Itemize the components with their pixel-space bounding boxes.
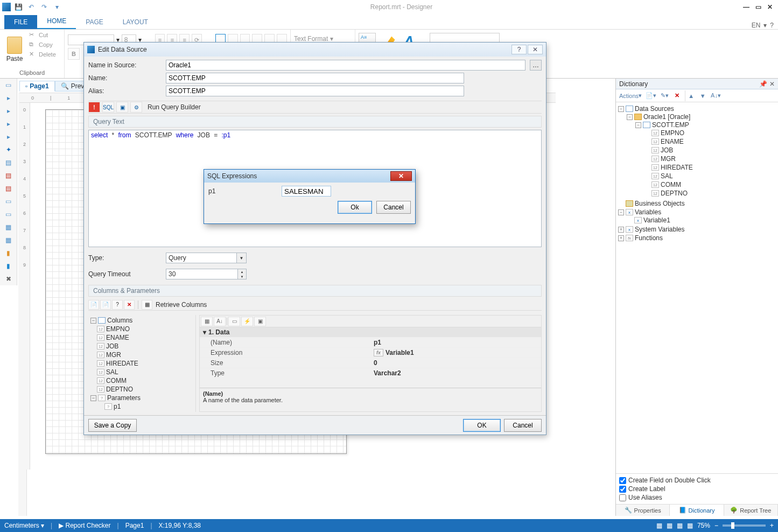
name-in-source-input[interactable] bbox=[166, 60, 525, 71]
column-item[interactable]: 12MGR bbox=[89, 351, 194, 359]
prop-row[interactable]: ExpressionfxVariable1 bbox=[200, 347, 541, 358]
property-grid[interactable]: ▾1. Data (Name)p1 ExpressionfxVariable1 … bbox=[200, 327, 541, 388]
toolbox-text-icon[interactable]: ▤ bbox=[0, 156, 17, 169]
column-item[interactable]: 12ENAME bbox=[89, 333, 194, 342]
view-mode-3-icon[interactable]: ▦ bbox=[677, 522, 683, 529]
toolbox-puzzle-icon[interactable]: ✦ bbox=[0, 143, 17, 156]
language-dropdown-icon[interactable]: ▾ bbox=[763, 22, 767, 29]
columns-group[interactable]: −Columns bbox=[89, 316, 194, 325]
columns-tree[interactable]: −Columns 12EMPNO12ENAME12JOB12MGR12HIRED… bbox=[88, 315, 196, 412]
tab-report-tree[interactable]: 🌳Report Tree bbox=[724, 505, 778, 516]
move-down-icon[interactable]: ▼ bbox=[697, 90, 708, 101]
sql-builder-icon[interactable]: ⚙ bbox=[130, 102, 142, 113]
browse-source-button[interactable]: … bbox=[530, 60, 542, 71]
toolbox-chart-icon[interactable]: ▮ bbox=[0, 247, 17, 260]
chk-create-field[interactable]: Create Field on Double Click bbox=[619, 476, 775, 485]
cancel-button[interactable]: Cancel bbox=[504, 419, 542, 432]
column-item[interactable]: 12EMPNO bbox=[89, 325, 194, 333]
tab-file[interactable]: FILE bbox=[4, 15, 37, 29]
tree-column[interactable]: 12SAL bbox=[644, 172, 777, 180]
prop-category-data[interactable]: ▾1. Data bbox=[200, 327, 541, 337]
parameter-item[interactable]: ?p1 bbox=[89, 402, 194, 411]
tree-column[interactable]: 12DEPTNO bbox=[644, 190, 777, 197]
toolbox-chart2-icon[interactable]: ▮ bbox=[0, 260, 17, 272]
delete-item-icon[interactable]: ✕ bbox=[671, 90, 682, 101]
tree-variables[interactable]: −xVariables bbox=[618, 208, 777, 216]
undo-icon[interactable]: ↶ bbox=[26, 2, 37, 12]
view-mode-2-icon[interactable]: ▦ bbox=[667, 522, 672, 529]
tree-business-objects[interactable]: Business Objects bbox=[618, 200, 777, 207]
tab-layout[interactable]: LAYOUT bbox=[113, 15, 158, 29]
new-item-icon[interactable]: 📄▾ bbox=[644, 90, 657, 101]
column-item[interactable]: 12JOB bbox=[89, 342, 194, 351]
tree-datasource-oracle1[interactable]: −Oracle1 [Oracle] bbox=[627, 113, 777, 121]
minimize-button[interactable]: — bbox=[740, 2, 752, 12]
chk-create-label[interactable]: Create Label bbox=[619, 485, 775, 493]
copy-button[interactable]: ⧉Copy bbox=[28, 40, 57, 49]
column-item[interactable]: 12SAL bbox=[89, 368, 194, 376]
column-item[interactable]: 12HIREDATE bbox=[89, 359, 194, 368]
run-query-builder-link[interactable]: Run Query Builder bbox=[148, 103, 201, 111]
paste-button[interactable]: Paste bbox=[3, 31, 26, 68]
zoom-slider[interactable] bbox=[723, 524, 766, 527]
retrieve-columns-icon[interactable]: ▦ bbox=[142, 300, 152, 310]
sqlexp-cancel-button[interactable]: Cancel bbox=[376, 201, 411, 214]
language-selector[interactable]: EN bbox=[752, 22, 761, 29]
prop-row[interactable]: TypeVarchar2 bbox=[200, 368, 541, 378]
toolbox-panel-icon[interactable]: ▭ bbox=[0, 208, 17, 221]
prop-value[interactable]: p1 bbox=[370, 338, 541, 347]
tab-home[interactable]: HOME bbox=[37, 14, 76, 29]
toolbox-list2-icon[interactable]: ▦ bbox=[0, 234, 17, 247]
move-up-icon[interactable]: ▲ bbox=[685, 90, 696, 101]
prop-value[interactable]: Varchar2 bbox=[370, 368, 541, 378]
pin-icon[interactable]: 📌 bbox=[759, 80, 767, 88]
prop-row[interactable]: Size0 bbox=[200, 358, 541, 368]
tree-column[interactable]: 12COMM bbox=[644, 181, 777, 188]
dialog-close-button[interactable]: ✕ bbox=[528, 45, 543, 54]
cut-button[interactable]: ✂Cut bbox=[28, 31, 57, 39]
remove-column-icon[interactable]: ✕ bbox=[124, 300, 135, 310]
text-format-combo[interactable]: Text Format ▾ bbox=[294, 31, 352, 43]
add-param-icon[interactable]: ? bbox=[112, 300, 123, 310]
prop-categorized-icon[interactable]: ▦ bbox=[201, 317, 213, 326]
tree-column[interactable]: 12HIREDATE bbox=[644, 164, 777, 171]
ok-button[interactable]: OK bbox=[463, 419, 501, 432]
zoom-in-button[interactable]: + bbox=[770, 522, 774, 529]
timeout-input[interactable]: 30 ▲▼ bbox=[166, 269, 247, 279]
toolbox-tools-icon[interactable]: ✖ bbox=[0, 272, 17, 285]
toolbox-pointer-icon[interactable]: ▭ bbox=[0, 79, 17, 92]
tab-page1[interactable]: ▫ Page1 bbox=[19, 81, 55, 92]
toolbox-list1-icon[interactable]: ▦ bbox=[0, 221, 17, 234]
sqlexp-titlebar[interactable]: SQL Expressions ✕ bbox=[204, 170, 415, 183]
toolbox-2[interactable]: ▸ bbox=[0, 104, 17, 117]
dialog-help-button[interactable]: ? bbox=[511, 45, 527, 54]
alias-input[interactable] bbox=[166, 86, 464, 96]
dictionary-tree[interactable]: −Data Sources −Oracle1 [Oracle] −SCOTT.E… bbox=[616, 102, 778, 473]
view-mode-1-icon[interactable]: ▦ bbox=[656, 522, 662, 529]
save-a-copy-button[interactable]: Save a Copy bbox=[88, 419, 137, 432]
toolbox-footer-icon[interactable]: ▤ bbox=[0, 182, 17, 195]
tree-functions[interactable]: +fxFunctions bbox=[618, 234, 777, 242]
zoom-level[interactable]: 75% bbox=[697, 522, 710, 529]
type-combo[interactable]: Query ▼ bbox=[166, 253, 247, 263]
save-icon[interactable]: 💾 bbox=[13, 2, 24, 12]
sql-view-icon[interactable]: ▣ bbox=[116, 102, 128, 113]
chk-create-label-input[interactable] bbox=[619, 486, 626, 493]
column-item[interactable]: 12DEPTNO bbox=[89, 385, 194, 394]
sqlexp-value-input[interactable] bbox=[282, 186, 331, 197]
retrieve-columns-label[interactable]: Retrieve Columns bbox=[156, 301, 207, 309]
view-mode-4-icon[interactable]: ▦ bbox=[687, 522, 693, 529]
toolbox-1[interactable]: ▸ bbox=[0, 92, 17, 104]
prop-value[interactable]: 0 bbox=[370, 358, 541, 368]
redo-icon[interactable]: ↷ bbox=[39, 2, 50, 12]
zoom-out-button[interactable]: − bbox=[714, 522, 718, 529]
name-input[interactable] bbox=[166, 73, 464, 83]
edit-item-icon[interactable]: ✎▾ bbox=[659, 90, 670, 101]
tab-dictionary[interactable]: 📘Dictionary bbox=[670, 505, 724, 516]
sort-icon[interactable]: A↓▾ bbox=[710, 90, 722, 101]
actions-dropdown[interactable]: Actions ▾ bbox=[618, 90, 643, 101]
sqlexp-ok-button[interactable]: Ok bbox=[338, 201, 372, 214]
prop-value[interactable]: fxVariable1 bbox=[370, 348, 541, 358]
parameters-group[interactable]: −?Parameters bbox=[89, 394, 194, 402]
sqlexp-close-button[interactable]: ✕ bbox=[390, 171, 412, 181]
